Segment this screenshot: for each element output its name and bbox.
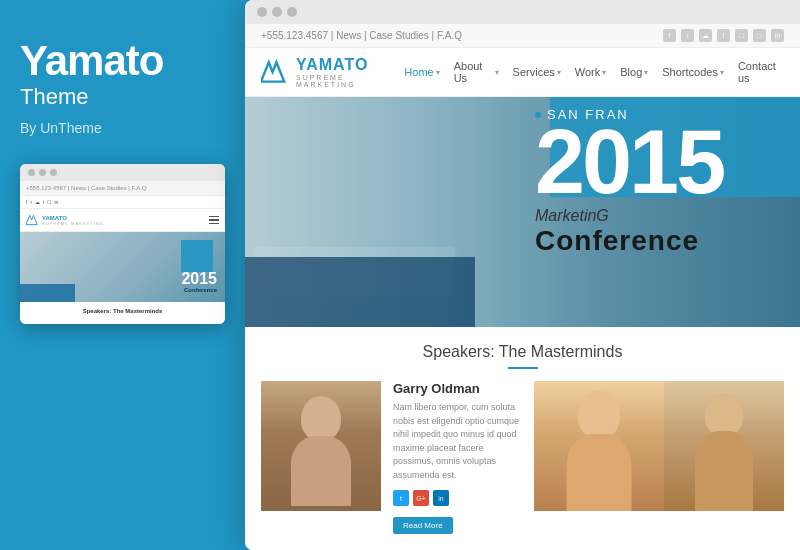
- speaker-desc-1: Nam libero tempor, cum soluta nobis est …: [393, 401, 522, 482]
- nav-link-blog[interactable]: Blog ▾: [620, 60, 648, 84]
- mini-browser: +555.123.4567 | News | Case Studies | F.…: [20, 164, 225, 324]
- speakers-divider: [508, 367, 538, 369]
- svg-marker-1: [261, 62, 284, 81]
- svg-marker-0: [26, 215, 37, 224]
- nav-link-work[interactable]: Work ▾: [575, 60, 606, 84]
- speaker-socials-1: t G+ in: [393, 490, 522, 506]
- mini-topbar: +555.123.4567 | News | Case Studies | F.…: [20, 181, 225, 196]
- mini-hero-blue-box: [181, 240, 213, 272]
- theme-subtitle: Theme: [20, 84, 225, 110]
- mini-conference: Conference: [181, 287, 217, 294]
- social-facebook-icon[interactable]: f: [663, 29, 676, 42]
- speaker-photo-3: [664, 381, 784, 511]
- hero-section: SAN FRAN 2015 MarketinG Conference: [245, 97, 800, 327]
- mini-hero: 2015 Conference: [20, 232, 225, 302]
- info-bar: +555.123.4567 | News | Case Studies | F.…: [245, 24, 800, 48]
- nav-link-shortcodes[interactable]: Shortcodes ▾: [662, 60, 724, 84]
- read-more-button-1[interactable]: Read More: [393, 517, 453, 534]
- mini-year: 2015: [181, 270, 217, 288]
- speaker-card-3: [664, 381, 784, 534]
- speaker-linkedin-btn[interactable]: in: [433, 490, 449, 506]
- mini-logo-icon: [26, 213, 40, 227]
- speakers-section: Speakers: The Masterminds Garry Oldman N…: [245, 327, 800, 550]
- theme-author: By UnTheme: [20, 120, 225, 136]
- main-logo-icon: [261, 57, 290, 87]
- hero-year: 2015: [535, 117, 723, 207]
- chrome-dot-1: [257, 7, 267, 17]
- social-icons-top: f r ☁ t □ □ in: [663, 29, 784, 42]
- contact-info: +555.123.4567 | News | Case Studies | F.…: [261, 30, 462, 41]
- speaker-photo-2: [534, 381, 664, 511]
- mini-logo: YAMATO SUPREME MARKETING: [26, 213, 104, 227]
- main-nav: YAMATO SUPREME MARKETING Home ▾ About Us…: [245, 48, 800, 97]
- browser-chrome-bar: [245, 0, 800, 24]
- nav-link-services[interactable]: Services ▾: [513, 60, 561, 84]
- mini-contact-bar: +555.123.4567 | News | Case Studies | F.…: [26, 185, 147, 191]
- speakers-grid: Garry Oldman Nam libero tempor, cum solu…: [261, 381, 784, 534]
- mini-dot-2: [39, 169, 46, 176]
- mini-hero-text: 2015 Conference: [181, 270, 217, 294]
- social-linkedin-icon[interactable]: in: [771, 29, 784, 42]
- speaker-twitter-btn[interactable]: t: [393, 490, 409, 506]
- hero-conference: Conference: [535, 225, 723, 257]
- theme-name: Yamato: [20, 40, 225, 82]
- speaker-photo-1: [261, 381, 381, 511]
- left-panel: Yamato Theme By UnTheme +555.123.4567 | …: [0, 0, 245, 550]
- nav-logo-title: YAMATO: [296, 56, 404, 74]
- mini-dot-3: [50, 169, 57, 176]
- mini-logo-sub: SUPREME MARKETING: [42, 221, 104, 226]
- mini-speakers-title: Speakers: The Masterminds: [26, 308, 219, 314]
- mini-content: Speakers: The Masterminds: [20, 302, 225, 324]
- speaker-card-1: Garry Oldman Nam libero tempor, cum solu…: [261, 381, 534, 534]
- nav-links: Home ▾ About Us ▾ Services ▾ Work ▾ Blog…: [404, 60, 784, 84]
- social-rss-icon[interactable]: r: [681, 29, 694, 42]
- mini-social-row: f r ☁ t ☐ in: [20, 196, 225, 209]
- social-twitter-icon[interactable]: t: [717, 29, 730, 42]
- nav-link-home[interactable]: Home ▾: [404, 60, 439, 84]
- speaker-google-btn[interactable]: G+: [413, 490, 429, 506]
- hero-text-block: SAN FRAN 2015 MarketinG Conference: [535, 107, 723, 257]
- chrome-dot-3: [287, 7, 297, 17]
- hero-blue-bottom: [245, 257, 475, 327]
- speaker-info-1: Garry Oldman Nam libero tempor, cum solu…: [381, 381, 534, 534]
- nav-logo-text: YAMATO SUPREME MARKETING: [296, 56, 404, 88]
- nav-link-about[interactable]: About Us ▾: [454, 60, 499, 84]
- speaker-card-2: [534, 381, 664, 534]
- mini-nav: YAMATO SUPREME MARKETING: [20, 209, 225, 232]
- mini-hamburger-icon: [209, 216, 219, 225]
- social-cloud-icon[interactable]: ☁: [699, 29, 712, 42]
- nav-logo-sub: SUPREME MARKETING: [296, 74, 404, 88]
- main-logo: YAMATO SUPREME MARKETING: [261, 56, 404, 88]
- speaker-name-1: Garry Oldman: [393, 381, 522, 396]
- nav-link-contact[interactable]: Contact us: [738, 60, 784, 84]
- mini-browser-bar: [20, 164, 225, 181]
- speakers-title: Speakers: The Masterminds: [261, 343, 784, 361]
- social-square1-icon[interactable]: □: [735, 29, 748, 42]
- chrome-dot-2: [272, 7, 282, 17]
- main-browser: +555.123.4567 | News | Case Studies | F.…: [245, 0, 800, 550]
- mini-blue-overlay: [20, 284, 75, 302]
- social-square2-icon[interactable]: □: [753, 29, 766, 42]
- mini-dot-1: [28, 169, 35, 176]
